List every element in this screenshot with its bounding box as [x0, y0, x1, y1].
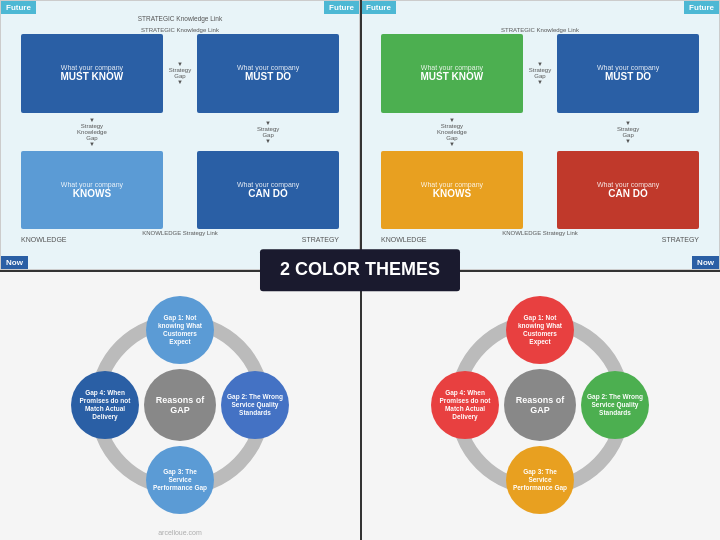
arrow-top-q1: Strategy Gap	[169, 67, 191, 79]
corner-now-bl: Now	[1, 256, 28, 269]
gap4-node-q3: Gap 4: When Promises do not Match Actual…	[71, 371, 139, 439]
circle-diagram-q4: Reasons of GAP Gap 1: Not knowing What C…	[435, 300, 645, 510]
gap4-node-q4: Gap 4: When Promises do not Match Actual…	[431, 371, 499, 439]
box-must-do-q2: What your company MUST DO	[557, 34, 699, 113]
gap2-node-q3: Gap 2: The Wrong Service Quality Standar…	[221, 371, 289, 439]
strategic-link-label-q2: STRATEGIC Knowledge Link	[381, 27, 699, 33]
main-grid: Future Future Now Now STRATEGIC Knowledg…	[0, 0, 720, 540]
bottom-label-knowledge-q2: KNOWLEDGE	[381, 236, 427, 243]
box-knows-q1: What your company KNOWS	[21, 151, 163, 230]
box-must-know-q2: What your company MUST KNOW	[381, 34, 523, 113]
gap1-node-q4: Gap 1: Not knowing What Customers Expect	[506, 296, 574, 364]
center-title: 2 COLOR THEMES	[280, 259, 440, 281]
center-circle-q4: Reasons of GAP	[504, 369, 576, 441]
circle-diagram-q3: Reasons of GAP Gap 1: Not knowing What C…	[75, 300, 285, 510]
quadrant-4: Reasons of GAP Gap 1: Not knowing What C…	[360, 270, 720, 540]
center-label: 2 COLOR THEMES	[260, 249, 460, 291]
box-must-do-q1: What your company MUST DO	[197, 34, 339, 113]
arrow-left-q1: Strategy Knowledge Gap	[77, 123, 107, 141]
corner-future-tr-q2: Future	[684, 1, 719, 14]
center-circle-q3: Reasons of GAP	[144, 369, 216, 441]
gap3-node-q3: Gap 3: The Service Performance Gap	[146, 446, 214, 514]
bottom-label-knowledge-q1: KNOWLEDGE	[21, 236, 67, 243]
bottom-label-strategy-q2: STRATEGY	[662, 236, 699, 243]
box-must-know-q1: What your company MUST KNOW	[21, 34, 163, 113]
gap1-node-q3: Gap 1: Not knowing What Customers Expect	[146, 296, 214, 364]
corner-future-tl-q2: Future	[361, 1, 396, 14]
corner-future-tl: Future	[1, 1, 36, 14]
strategic-link-label-q1: STRATEGIC Knowledge Link	[21, 27, 339, 33]
quadrant-2: Future Future Now Now STRATEGIC Knowledg…	[360, 0, 720, 270]
box-can-do-q2: What your company CAN DO	[557, 151, 699, 230]
gap2-node-q4: Gap 2: The Wrong Service Quality Standar…	[581, 371, 649, 439]
box-can-do-q1: What your company CAN DO	[197, 151, 339, 230]
corner-now-br-q2: Now	[692, 256, 719, 269]
corner-future-tr: Future	[324, 1, 359, 14]
quadrant-3: Reasons of GAP Gap 1: Not knowing What C…	[0, 270, 360, 540]
box-knows-q2: What your company KNOWS	[381, 151, 523, 230]
watermark: arcelloue.com	[158, 529, 202, 536]
bottom-label-strategy-q1: STRATEGY	[302, 236, 339, 243]
gap3-node-q4: Gap 3: The Service Performance Gap	[506, 446, 574, 514]
quadrant-1: Future Future Now Now STRATEGIC Knowledg…	[0, 0, 360, 270]
